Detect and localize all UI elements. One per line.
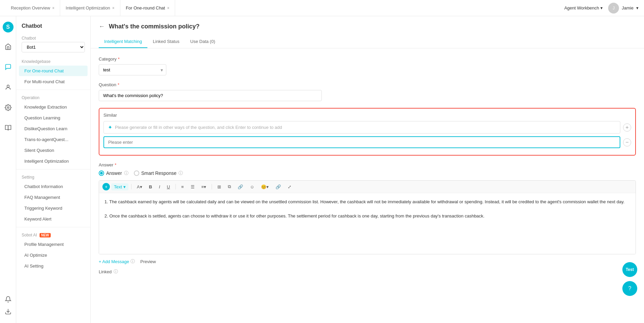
- sidebar-item-silent-question[interactable]: Silent Question: [19, 145, 88, 156]
- toolbar-italic-btn[interactable]: I: [156, 183, 163, 191]
- topbar: Reception Overview × Intelligent Optimiz…: [0, 0, 644, 16]
- page-title: What's the commission policy?: [109, 23, 199, 30]
- sidebar-item-knowledge-extraction[interactable]: Knowledge Extraction: [19, 102, 88, 112]
- editor-body[interactable]: 1. The cashback earned by agents will be…: [99, 193, 636, 254]
- chatbot-selector[interactable]: Bot1: [22, 42, 85, 52]
- linked-section: Linked ⓘ: [99, 269, 636, 275]
- category-label: Category *: [99, 56, 636, 62]
- smart-response-radio-circle: [134, 170, 139, 176]
- toolbar-code-btn[interactable]: ⧉: [225, 183, 234, 191]
- sidebar-item-label: Silent Question: [24, 148, 54, 153]
- chatbot-icon-btn[interactable]: [2, 61, 14, 73]
- tab-intelligent-optimization[interactable]: Intelligent Optimization ×: [60, 0, 120, 16]
- sidebar-item-chatbot-info[interactable]: Chatbot Information: [19, 181, 88, 192]
- tab-close-one-round[interactable]: ×: [167, 6, 169, 10]
- sidebar-item-intelligent-optimization[interactable]: Intelligent Optimization: [19, 156, 88, 166]
- smart-response-info-icon[interactable]: ⓘ: [178, 170, 183, 176]
- toolbar-attach-btn[interactable]: 🔗: [235, 183, 246, 191]
- sidebar-item-dislike-question[interactable]: DislikeQuestion Learn: [19, 123, 88, 134]
- required-star-a: *: [115, 162, 116, 167]
- download-icon-btn[interactable]: [2, 305, 14, 318]
- bell-icon-btn[interactable]: [2, 293, 14, 305]
- sidebar-item-profile-management[interactable]: Profile Management: [19, 239, 88, 250]
- toolbar-bold-btn[interactable]: B: [146, 183, 155, 191]
- toolbar-font-btn[interactable]: A▾: [134, 183, 145, 191]
- question-input[interactable]: [99, 90, 322, 101]
- toolbar-align-btn[interactable]: ≡▾: [199, 183, 209, 191]
- toolbar-ol-btn[interactable]: ☰: [188, 183, 197, 191]
- tab-intelligent-matching[interactable]: Intelligent Matching: [99, 36, 147, 48]
- sidebar-item-multi-round-chat[interactable]: For Multi-round Chat: [19, 76, 88, 87]
- ol-icon: ☰: [191, 184, 195, 189]
- chatbot-dropdown[interactable]: Bot1: [22, 42, 85, 52]
- toolbar-emoji2-btn[interactable]: 😊▾: [258, 183, 271, 191]
- smart-response-radio[interactable]: Smart Response ⓘ: [134, 170, 183, 176]
- toolbar-emoji-btn[interactable]: ☺: [247, 183, 257, 191]
- settings-icon-btn[interactable]: [2, 101, 14, 114]
- similar-input-1[interactable]: ✦ Please generate or fill in other ways …: [103, 121, 620, 134]
- content-tabs: Intelligent Matching Linked Status Use D…: [91, 36, 644, 48]
- category-select-wrapper[interactable]: test: [99, 64, 166, 75]
- sidebar-item-label: FAQ Management: [24, 195, 60, 200]
- sidebar-item-question-learning[interactable]: Question Learning: [19, 113, 88, 123]
- sidebar-item-ai-optimize[interactable]: AI Optimize: [19, 250, 88, 260]
- help-float-button[interactable]: ?: [622, 281, 637, 296]
- answer-options-row: Answer ⓘ Smart Response ⓘ: [99, 170, 636, 176]
- help-icon: ?: [628, 285, 631, 292]
- tab-linked-status[interactable]: Linked Status: [147, 36, 185, 48]
- similar-row-2: −: [103, 136, 631, 148]
- tab-close-reception[interactable]: ×: [52, 6, 54, 10]
- preview-button[interactable]: Preview: [140, 259, 156, 264]
- table-icon: ⊞: [217, 184, 221, 189]
- tab-reception-overview[interactable]: Reception Overview ×: [5, 0, 60, 16]
- sidebar-item-one-round-chat[interactable]: For One-round Chat: [19, 66, 88, 76]
- toolbar-link-btn[interactable]: 🔗: [273, 183, 284, 191]
- category-select[interactable]: test: [99, 64, 166, 75]
- emoji-icon: ☺: [250, 184, 254, 189]
- sidebar-item-faq-management[interactable]: FAQ Management: [19, 192, 88, 203]
- contacts-icon-btn[interactable]: [2, 81, 14, 93]
- tab-label: Intelligent Optimization: [66, 5, 110, 10]
- toolbar-ul-btn[interactable]: ≡: [178, 183, 187, 191]
- bottom-icons: [2, 293, 14, 318]
- tab-one-round-chat[interactable]: For One-round Chat ×: [120, 0, 175, 16]
- sidebar-item-triggering-keyword[interactable]: Triggering Keyword: [19, 203, 88, 213]
- sidebar-item-label: DislikeQuestion Learn: [24, 126, 67, 131]
- tab-use-data[interactable]: Use Data (0): [185, 36, 221, 48]
- test-float-button[interactable]: Test: [622, 262, 637, 277]
- book-icon-btn[interactable]: [2, 122, 14, 134]
- toolbar-expand-btn[interactable]: ⤢: [285, 183, 294, 191]
- tab-close-optimization[interactable]: ×: [112, 6, 115, 10]
- sidebar-item-label: AI Setting: [24, 263, 43, 269]
- emoji2-icon: 😊▾: [261, 184, 269, 189]
- sidebar-item-label: Profile Management: [24, 242, 64, 247]
- agent-workbench-dropdown[interactable]: Agent Workbench ▾: [564, 5, 603, 10]
- add-message-button[interactable]: + Add Message ⓘ: [99, 258, 135, 264]
- answer-info-icon[interactable]: ⓘ: [124, 170, 128, 176]
- toolbar-underline-btn[interactable]: U: [164, 183, 173, 191]
- linked-info-icon[interactable]: ⓘ: [114, 269, 118, 275]
- setting-group-label: Setting: [16, 172, 90, 181]
- divider-1: [16, 90, 90, 90]
- toolbar-text-btn[interactable]: Text ▾: [111, 183, 128, 190]
- sidebar-item-trans-to-agent[interactable]: Trans-to-agentQuest...: [19, 134, 88, 145]
- back-button[interactable]: ←: [99, 23, 105, 30]
- similar-add-btn[interactable]: +: [623, 123, 631, 132]
- toolbar-table-btn[interactable]: ⊞: [215, 183, 224, 191]
- similar-placeholder-1: Please generate or fill in other ways of…: [115, 125, 282, 130]
- similar-input-2[interactable]: [103, 136, 620, 148]
- sidebar-item-keyword-alert[interactable]: Keyword Alert: [19, 214, 88, 224]
- similar-remove-btn[interactable]: −: [623, 138, 631, 146]
- home-icon-btn[interactable]: [2, 41, 14, 53]
- test-button-label: Test: [626, 267, 634, 272]
- toolbar-divider-2: [175, 184, 176, 189]
- add-message-info-icon[interactable]: ⓘ: [130, 258, 135, 264]
- answer-radio-dot: [100, 172, 103, 175]
- sidebar-item-label: Trans-to-agentQuest...: [24, 137, 68, 142]
- link-icon: 🔗: [276, 184, 281, 189]
- answer-radio[interactable]: Answer ⓘ: [99, 170, 128, 176]
- user-info[interactable]: J Jamie ▾: [608, 3, 639, 14]
- form-area: Category * test Question *: [91, 48, 644, 290]
- toolbar-add-btn[interactable]: +: [102, 183, 110, 190]
- sidebar-item-ai-setting[interactable]: AI Setting: [19, 261, 88, 271]
